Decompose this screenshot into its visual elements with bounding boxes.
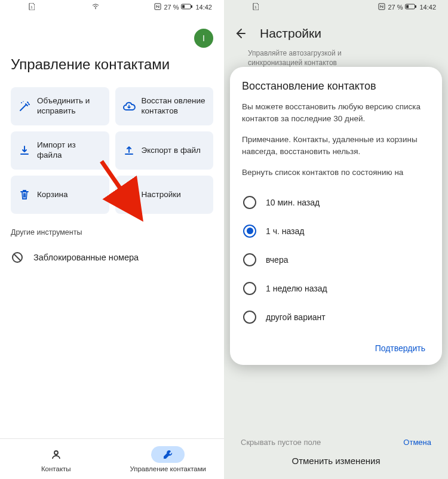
hidden-field-label: Скрывать пустое поле [241,438,321,447]
svg-point-6 [21,102,22,103]
tile-label: Экспорт в файл [142,146,201,156]
sheet-paragraph: Вы можете восстановить любую версию спис… [242,101,430,124]
svg-text:1: 1 [30,5,33,9]
battery-percent: 27 % [164,4,179,11]
wand-icon [18,100,31,113]
radio-label: вчера [266,255,288,265]
undo-button[interactable]: Отменить изменения [224,449,448,473]
svg-point-1 [95,8,96,10]
nav-manage[interactable]: Управление контактами [112,439,225,479]
sim-icon: 1 [253,3,259,11]
radio-label: 10 мин. назад [266,198,320,207]
radio-option-other[interactable]: другой вариант [242,303,430,331]
cancel-link[interactable]: Отмена [403,438,431,447]
header: Настройки [224,14,448,49]
tile-label: Восстан овление контактов [142,96,207,116]
radio-icon [243,253,256,266]
row-blocked-numbers[interactable]: Заблокированные номера [0,244,224,271]
cloud-icon [122,100,136,113]
tile-grid: Объединить и исправить Восстан овление к… [0,87,224,214]
radio-label: другой вариант [266,312,326,322]
svg-point-7 [23,101,23,102]
tile-import[interactable]: Импорт из файла [11,131,109,170]
radio-icon [243,196,256,209]
row-label: Заблокированные номера [33,253,139,262]
radio-label: 1 ч. назад [266,226,304,236]
avatar[interactable]: I [194,29,213,48]
person-icon [50,449,62,460]
svg-text:1: 1 [254,5,257,9]
battery-icon [405,4,417,11]
radio-option-1week[interactable]: 1 неделю назад [242,274,430,303]
radio-option-yesterday[interactable]: вчера [242,245,430,274]
upload-icon [122,144,136,157]
tile-label: Импорт из файла [37,140,102,161]
radio-icon [243,225,256,238]
radio-icon [243,282,256,295]
tile-label: Корзина [37,190,67,200]
right-screen: 1 27 % 14:42 Настройки Управляйте автоза… [224,0,448,479]
left-screen: 1 27 % 14:42 I Управление контактами Объ… [0,0,224,479]
status-bar: 1 27 % 14:42 [0,0,224,14]
trash-icon [18,188,31,201]
wrench-icon [162,449,174,460]
radio-option-1h[interactable]: 1 ч. назад [242,217,430,245]
svg-rect-4 [191,5,192,8]
tile-export[interactable]: Экспорт в файл [115,131,214,170]
section-label: Другие инструменты [0,214,224,244]
tile-merge-fix[interactable]: Объединить и исправить [11,87,109,125]
battery-icon [181,4,193,11]
radio-label: 1 неделю назад [266,284,327,293]
nfc-icon [378,3,385,11]
header-row: I [0,14,224,53]
svg-line-10 [14,254,21,261]
tile-trash[interactable]: Корзина [11,176,109,214]
nfc-icon [154,3,161,11]
download-icon [18,144,31,157]
tile-settings[interactable]: Настройки [115,176,214,214]
page-title: Управление контактами [0,53,224,87]
tile-restore[interactable]: Восстан овление контактов [115,87,214,125]
nav-contacts[interactable]: Контакты [0,439,112,479]
back-button[interactable] [234,27,247,40]
svg-rect-17 [406,5,409,8]
sim-icon: 1 [29,3,35,11]
bottom-nav: Контакты Управление контактами [0,438,224,479]
nav-icon-wrap [39,446,73,463]
svg-point-12 [54,451,58,455]
svg-rect-16 [415,5,416,8]
nav-label: Управление контактами [130,465,206,472]
sheet-title: Восстановление контактов [242,80,430,93]
wifi-icon [92,4,99,11]
radio-option-10min[interactable]: 10 мин. назад [242,188,430,217]
svg-point-8 [127,193,131,196]
sheet-paragraph: Вернуть список контактов по состоянию на [242,167,430,179]
radio-icon [243,311,256,324]
gear-icon [122,188,136,201]
status-bar: 1 27 % 14:42 [224,0,448,14]
tile-label: Объединить и исправить [37,96,102,116]
nav-label: Контакты [41,465,71,472]
svg-rect-5 [182,5,185,8]
block-icon [11,251,24,264]
page-title: Настройки [260,26,321,41]
clock: 14:42 [195,4,212,11]
battery-percent: 27 % [388,4,403,11]
clock: 14:42 [419,4,436,11]
sheet-paragraph: Примечание. Контакты, удаленные из корзи… [242,134,430,157]
nav-icon-wrap [151,446,185,463]
restore-sheet: Восстановление контактов Вы можете восст… [230,67,442,365]
confirm-button[interactable]: Подтвердить [242,331,430,357]
below-sheet-row: Скрывать пустое поле Отмена [224,438,448,447]
tile-label: Настройки [142,190,181,200]
